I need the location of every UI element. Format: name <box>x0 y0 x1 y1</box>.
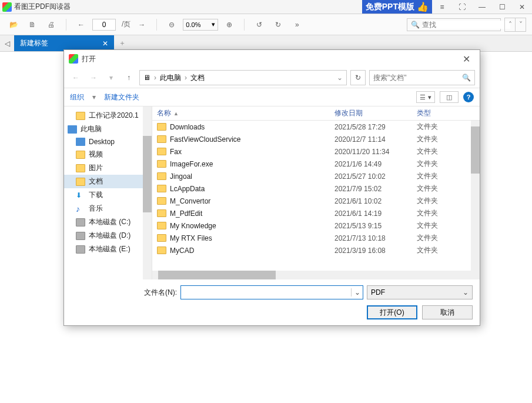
file-row[interactable]: Downloads2021/5/28 17:29文件夹 <box>152 121 480 133</box>
zoom-in-icon[interactable]: ⊕ <box>222 17 237 32</box>
file-row[interactable]: M_Convertor2021/6/1 10:02文件夹 <box>152 195 480 207</box>
file-row[interactable]: FastViewCloudService2020/12/7 11:14文件夹 <box>152 133 480 145</box>
nav-back-icon[interactable]: ← <box>69 71 83 85</box>
zoom-out-icon[interactable]: ⊖ <box>164 17 179 32</box>
folder-icon <box>157 222 166 229</box>
save-icon[interactable]: 🗎 <box>25 17 40 32</box>
file-type: 文件夹 <box>412 171 471 181</box>
cancel-button[interactable]: 取消 <box>422 305 473 319</box>
next-page-icon[interactable]: → <box>134 17 149 32</box>
minimize-icon[interactable]: — <box>472 0 492 14</box>
breadcrumb[interactable]: 🖥 › 此电脑 › 文档 ⌄ <box>139 70 347 85</box>
more-tools-icon[interactable]: » <box>289 17 305 32</box>
tab-close-icon[interactable]: ✕ <box>102 39 108 48</box>
file-row[interactable]: My Knowledge2021/5/13 9:15文件夹 <box>152 219 480 232</box>
file-row[interactable]: LcAppData2021/7/9 15:02文件夹 <box>152 182 480 195</box>
filelist-hscrollbar[interactable] <box>152 271 471 279</box>
breadcrumb-item[interactable]: 此电脑 <box>160 73 181 83</box>
preview-pane-button[interactable]: ◫ <box>440 91 459 103</box>
search-box[interactable]: 🔍 <box>407 18 501 31</box>
file-row[interactable]: Jingoal2021/5/27 10:02文件夹 <box>152 170 480 182</box>
page-input[interactable] <box>92 19 116 31</box>
zoom-select[interactable]: 0.0%▾ <box>183 19 218 31</box>
breadcrumb-item[interactable]: 文档 <box>190 73 205 83</box>
print-icon[interactable]: 🖨 <box>44 17 59 32</box>
folder-icon <box>157 135 166 143</box>
close-icon[interactable]: ✕ <box>512 0 532 14</box>
file-date: 2021/6/1 14:19 <box>330 209 412 218</box>
open-button[interactable]: 打开(O) <box>367 305 417 319</box>
tree-item-label: 本地磁盘 (D:) <box>89 231 131 241</box>
app-title: 看图王PDF阅读器 <box>14 2 71 12</box>
dialog-search-input[interactable] <box>373 74 462 82</box>
file-type: 文件夹 <box>412 122 471 132</box>
file-type: 文件夹 <box>412 146 471 156</box>
search-input[interactable] <box>422 21 510 29</box>
tree-item[interactable]: 本地磁盘 (D:) <box>64 229 152 242</box>
filetype-select[interactable]: PDF⌄ <box>367 285 473 299</box>
new-folder-button[interactable]: 新建文件夹 <box>104 92 139 102</box>
file-row[interactable]: ImageFor.exe2021/1/6 14:49文件夹 <box>152 158 480 170</box>
open-file-icon[interactable]: 📂 <box>6 17 21 32</box>
tree-item[interactable]: 工作记录2020.1 <box>64 109 152 122</box>
new-tab-button[interactable]: ＋ <box>114 35 131 51</box>
nav-forward-icon[interactable]: → <box>86 71 101 85</box>
download-icon: ⬇ <box>76 191 85 199</box>
rotate-left-icon[interactable]: ↺ <box>252 17 267 32</box>
dialog-toolbar: 组织 ▾ 新建文件夹 ☰ ▾ ◫ ? <box>64 88 480 106</box>
ppt-banner[interactable]: 免费PPT模版 👍 <box>362 0 432 14</box>
chevron-down-icon: ⌄ <box>463 288 469 297</box>
tree-item[interactable]: ⬇下载 <box>64 188 152 202</box>
rotate-right-icon[interactable]: ↻ <box>270 17 286 32</box>
search-prev-icon[interactable]: ˄ <box>504 18 515 31</box>
prev-page-icon[interactable]: ← <box>73 17 89 32</box>
search-next-icon[interactable]: ˅ <box>515 18 526 31</box>
file-row[interactable]: M_PdfEdit2021/6/1 14:19文件夹 <box>152 207 480 219</box>
fold-icon <box>76 151 85 159</box>
tree-item[interactable]: 本地磁盘 (C:) <box>64 215 152 229</box>
dialog-search-box[interactable]: 🔍 <box>369 70 475 85</box>
file-row[interactable]: My RTX Files2021/7/13 10:18文件夹 <box>152 232 480 244</box>
file-type: 文件夹 <box>412 159 471 169</box>
tree-item[interactable]: 图片 <box>64 161 152 175</box>
column-date[interactable]: 修改日期 <box>330 108 412 118</box>
tree-item[interactable]: Desktop <box>64 136 152 148</box>
column-name[interactable]: 名称▲ <box>152 108 330 118</box>
nav-up-icon[interactable]: ↑ <box>122 71 136 85</box>
tab-back-icon[interactable]: ◁ <box>0 35 14 51</box>
tree-item[interactable]: ♪音乐 <box>64 202 152 215</box>
file-type: 文件夹 <box>412 134 471 144</box>
file-type: 文件夹 <box>412 221 471 231</box>
page-label: /页 <box>122 19 131 29</box>
refresh-icon[interactable]: ↻ <box>350 70 366 85</box>
dialog-close-icon[interactable]: ✕ <box>457 54 475 65</box>
menu-icon[interactable]: ≡ <box>432 0 452 14</box>
filelist-vscrollbar[interactable] <box>471 121 480 271</box>
view-mode-button[interactable]: ☰ ▾ <box>416 91 435 103</box>
organize-button[interactable]: 组织 <box>70 92 84 102</box>
file-type: 文件夹 <box>412 208 471 218</box>
column-type[interactable]: 类型 <box>412 108 471 118</box>
tree-scrollbar[interactable] <box>143 106 152 279</box>
help-icon[interactable]: ? <box>463 92 474 102</box>
filename-input[interactable] <box>181 288 351 297</box>
tree-item[interactable]: 视频 <box>64 148 152 161</box>
tree-item[interactable]: 此电脑 <box>64 122 152 136</box>
tab-label: 新建标签 <box>20 38 48 48</box>
file-date: 2021/5/13 9:15 <box>330 222 412 230</box>
tree-item-label: 音乐 <box>89 204 103 214</box>
nav-recent-icon[interactable]: ▾ <box>104 71 118 85</box>
tree-item-selected[interactable]: 文档 <box>64 175 152 188</box>
fullscreen-icon[interactable]: ⛶ <box>452 0 472 14</box>
file-date: 2021/1/6 14:49 <box>330 160 412 168</box>
tree-item[interactable]: 本地磁盘 (E:) <box>64 242 152 256</box>
maximize-icon[interactable]: ☐ <box>492 0 512 14</box>
file-date: 2021/7/13 10:18 <box>330 234 412 242</box>
filename-dropdown-icon[interactable]: ⌄ <box>351 288 363 297</box>
music-icon: ♪ <box>76 205 85 213</box>
tab-active[interactable]: 新建标签 ✕ <box>14 35 114 51</box>
file-row[interactable]: Fax2020/11/20 11:34文件夹 <box>152 145 480 158</box>
drv-icon <box>76 232 85 240</box>
file-row[interactable]: MyCAD2021/3/19 16:08文件夹 <box>152 244 480 257</box>
breadcrumb-dropdown-icon[interactable]: ⌄ <box>337 74 343 82</box>
